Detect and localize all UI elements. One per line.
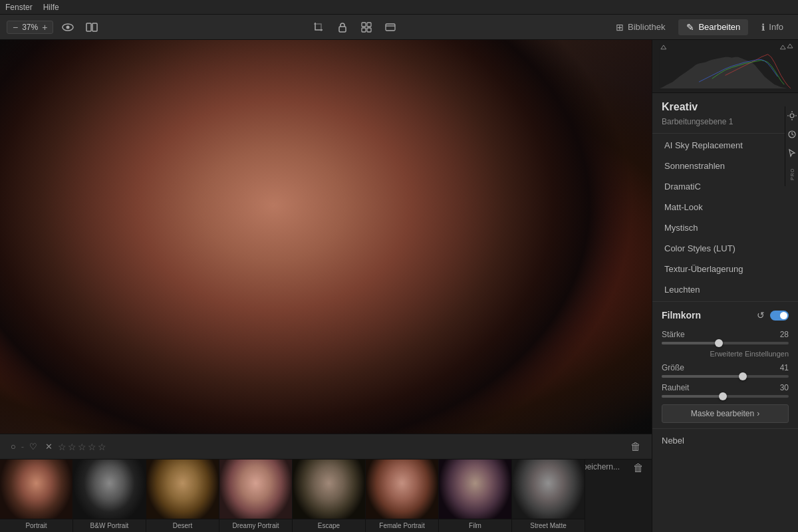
maske-chevron-icon: › (757, 409, 759, 418)
menu-mystisch[interactable]: Mystisch (655, 217, 795, 238)
rauheit-slider-row: Rauheit 30 (652, 380, 798, 400)
menu-hilfe[interactable]: Hilfe (43, 3, 59, 12)
menu-matt-look[interactable]: Matt-Look (655, 197, 795, 217)
starke-slider-thumb[interactable] (715, 339, 723, 347)
thumb-street[interactable]: Street Matte (512, 460, 585, 532)
zoom-control: − 37% + (7, 21, 53, 34)
filmkorn-title: Filmkorn (662, 310, 701, 321)
image-area: ○ - ♡ ✕ ☆ ☆ ☆ ☆ ☆ 🗑 Neuen Look speichern… (0, 40, 652, 532)
menu-sonnenstrahlen[interactable]: Sonnenstrahlen (655, 156, 795, 176)
window-icon[interactable] (381, 18, 400, 37)
rauheit-slider-thumb[interactable] (719, 392, 727, 400)
star-rating[interactable]: ☆ ☆ ☆ ☆ ☆ (58, 442, 106, 452)
grosse-label: Größe (662, 363, 684, 372)
menu-fenster[interactable]: Fenster (5, 3, 33, 12)
svg-rect-3 (92, 23, 97, 31)
thumb-label-bw: B&W Portrait (73, 519, 146, 532)
zoom-value: 37% (22, 23, 38, 32)
x-icon[interactable]: ✕ (45, 442, 53, 452)
nebel-item[interactable]: Nebel (652, 430, 798, 451)
bibliothek-icon: ⊞ (616, 22, 624, 33)
menu-leuchten[interactable]: Leuchten (655, 279, 795, 300)
delete-icon[interactable]: 🗑 (630, 441, 641, 453)
menu-color-styles[interactable]: Color Styles (LUT) (655, 238, 795, 259)
star-2[interactable]: ☆ (68, 442, 76, 452)
bearbeiten-icon: ✎ (686, 22, 694, 33)
grosse-slider-row: Größe 41 (652, 360, 798, 380)
thumb-label-female: Female Portrait (366, 519, 438, 532)
thumb-img-escape (293, 460, 365, 519)
divider-3 (652, 428, 798, 429)
thumb-escape[interactable]: Escape (293, 460, 366, 532)
crop-icon[interactable] (309, 18, 328, 37)
menu-bar: Fenster Hilfe (0, 0, 798, 15)
rauheit-slider-track[interactable] (662, 395, 789, 398)
sun-icon[interactable] (785, 106, 798, 125)
toolbar: − 37% + (0, 15, 798, 40)
thumb-desert[interactable]: Desert (146, 460, 219, 532)
tab-info-label: Info (769, 22, 783, 32)
thumb-portrait[interactable]: Portrait (0, 460, 73, 532)
thumb-label-street: Street Matte (512, 519, 585, 532)
histogram-right-icon (785, 43, 795, 55)
cursor-icon[interactable] (785, 144, 798, 162)
star-1[interactable]: ☆ (58, 442, 66, 452)
thumb-female[interactable]: Female Portrait (366, 460, 439, 532)
erweiterte-einstellungen-button[interactable]: Erweiterte Einstellungen (652, 347, 798, 360)
filmstrip-delete-icon[interactable]: 🗑 (630, 460, 646, 477)
circular-arrow-icon[interactable] (785, 125, 798, 144)
filmkorn-toggle[interactable] (770, 311, 789, 321)
menu-textur[interactable]: Textur-Überlagerung (655, 259, 795, 279)
heart-icon[interactable]: ♡ (29, 442, 37, 452)
grosse-slider-track[interactable] (662, 375, 789, 378)
thumb-label-film: Film (439, 519, 511, 532)
tab-bearbeiten-label: Bearbeiten (698, 22, 740, 32)
rauheit-label: Rauheit (662, 383, 689, 392)
thumb-bw[interactable]: B&W Portrait (73, 460, 146, 532)
image-canvas[interactable] (0, 40, 652, 434)
circle-icon[interactable]: ○ (11, 442, 16, 452)
rauheit-value: 30 (780, 383, 789, 392)
pro-badge: PRO (785, 162, 798, 186)
menu-dramatic[interactable]: DramatiC (655, 176, 795, 197)
panel-subtitle: Barbeitungsebene 1 (652, 116, 798, 132)
star-4[interactable]: ☆ (88, 442, 96, 452)
image-bottom-bar: ○ - ♡ ✕ ☆ ☆ ☆ ☆ ☆ 🗑 (0, 434, 652, 459)
thumb-dreamy[interactable]: Dreamy Portrait (219, 460, 293, 532)
thumb-img-female (366, 460, 438, 519)
right-panel: Kreativ Barbeitungsebene 1 AI Sky Replac… (652, 40, 798, 532)
rating-control: ○ - ♡ ✕ ☆ ☆ ☆ ☆ ☆ (11, 442, 106, 452)
rauheit-slider-fill (662, 395, 723, 398)
star-5[interactable]: ☆ (98, 442, 106, 452)
lock-icon[interactable] (333, 18, 352, 37)
info-icon: ℹ (761, 22, 765, 33)
thumb-img-film (439, 460, 511, 519)
thumb-film[interactable]: Film (439, 460, 512, 532)
svg-rect-7 (362, 28, 366, 32)
svg-rect-8 (367, 28, 371, 32)
divider-1 (652, 133, 798, 134)
right-side-icons: PRO (785, 106, 798, 186)
thumb-img-bw (73, 460, 146, 519)
zoom-minus-button[interactable]: − (11, 23, 19, 32)
filmkorn-controls: ↺ (755, 309, 789, 322)
tab-bearbeiten[interactable]: ✎ Bearbeiten (678, 19, 748, 35)
grosse-slider-thumb[interactable] (739, 372, 747, 380)
starke-slider-row: Stärke 28 (652, 327, 798, 347)
maske-bearbeiten-button[interactable]: Maske bearbeiten › (662, 404, 789, 423)
filmkorn-header: Filmkorn ↺ (652, 303, 798, 327)
eye-icon[interactable] (59, 18, 77, 37)
tab-info[interactable]: ℹ Info (753, 19, 791, 35)
thumb-label-desert: Desert (146, 519, 219, 532)
tab-bibliothek[interactable]: ⊞ Bibliothek (608, 19, 673, 35)
menu-ai-sky[interactable]: AI Sky Replacement (655, 135, 795, 156)
compare-icon[interactable] (82, 18, 101, 37)
star-3[interactable]: ☆ (78, 442, 86, 452)
zoom-plus-button[interactable]: + (41, 23, 49, 32)
starke-slider-track[interactable] (662, 342, 789, 344)
thumb-img-dreamy (219, 460, 292, 519)
tab-bibliothek-label: Bibliothek (628, 22, 665, 32)
maske-btn-label: Maske bearbeiten (691, 409, 754, 418)
grid-icon[interactable] (357, 18, 376, 37)
filmkorn-reset-button[interactable]: ↺ (755, 309, 766, 322)
